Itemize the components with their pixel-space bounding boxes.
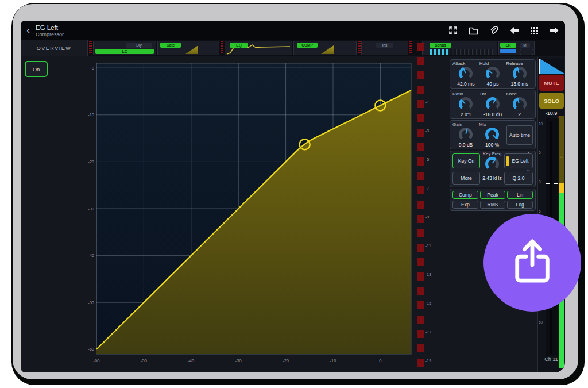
ratio-label: Ratio bbox=[452, 91, 463, 97]
gain-reduction-label: -7 bbox=[425, 186, 429, 190]
fader-scale-label: 0 bbox=[539, 180, 541, 184]
gain-reduction-label: -15 bbox=[425, 301, 431, 305]
segment-eq[interactable]: EQ bbox=[225, 41, 292, 55]
sends-meter-bar bbox=[450, 49, 452, 55]
share-button[interactable] bbox=[483, 214, 581, 312]
mode-exp-button[interactable]: Exp bbox=[452, 201, 478, 209]
gain-reduction-label: -9 bbox=[425, 215, 429, 219]
gain-reduction-label: -5 bbox=[425, 157, 429, 162]
more-button[interactable]: More bbox=[452, 172, 480, 185]
key-on-button[interactable]: Key On bbox=[452, 153, 480, 168]
chevron-down-icon: ⌄ bbox=[526, 148, 531, 154]
gain-reduction-label: -1 bbox=[425, 100, 429, 104]
x-tick-label: -50 bbox=[141, 358, 147, 363]
segment-gate[interactable]: Gate bbox=[157, 41, 219, 55]
segment-comp[interactable]: COMP bbox=[293, 41, 357, 55]
app-screen: ‹ EG Left Compressor OVERVIEW Dly LC bbox=[21, 21, 565, 372]
x-tick-label: -20 bbox=[283, 358, 289, 363]
y-tick-label: -60 bbox=[88, 347, 94, 352]
channel-label: Ch 11 bbox=[538, 356, 564, 362]
share-icon bbox=[511, 237, 554, 288]
lowcut-button[interactable]: LC bbox=[95, 49, 154, 54]
threshold-knob[interactable] bbox=[486, 97, 500, 111]
sends-meter-bar bbox=[478, 49, 481, 55]
gain-reduction-label: -11 bbox=[425, 244, 431, 248]
mode-comp-button[interactable]: Comp bbox=[452, 191, 478, 199]
page-title: EG Left bbox=[36, 24, 64, 31]
gain-knob[interactable] bbox=[459, 128, 473, 141]
sends-meter-bar bbox=[490, 49, 493, 55]
mono-button[interactable]: M bbox=[520, 43, 530, 48]
mode-rms-button[interactable]: RMS bbox=[480, 201, 506, 209]
mode-log-button[interactable]: Log bbox=[507, 201, 533, 209]
tab-overview[interactable]: OVERVIEW bbox=[21, 40, 88, 56]
key-source-level bbox=[506, 156, 509, 166]
back-button[interactable]: ‹ bbox=[21, 22, 36, 39]
y-tick-label: -50 bbox=[88, 300, 94, 305]
key-freq-knob[interactable] bbox=[485, 157, 499, 171]
gain-label: Gain bbox=[452, 122, 462, 127]
gain-reduction-label: -19 bbox=[425, 359, 431, 363]
compressor-transfer-chart[interactable]: -60-50-40-30-20-1000-10-20-30-40-50-60 bbox=[79, 59, 435, 372]
eq-button[interactable]: EQ bbox=[230, 43, 248, 48]
gain-reduction-segments bbox=[417, 43, 424, 372]
hold-label: Hold bbox=[479, 61, 489, 66]
release-knob[interactable] bbox=[513, 67, 527, 80]
mix-knob[interactable] bbox=[485, 128, 499, 141]
chevron-down-icon: ⌄ bbox=[526, 167, 531, 172]
x-tick-label: 0 bbox=[379, 358, 381, 363]
link-icon[interactable] bbox=[489, 26, 498, 35]
sends-meter bbox=[430, 49, 497, 55]
release-value: 13.0 ms bbox=[511, 81, 528, 87]
gate-button[interactable]: Gate bbox=[160, 43, 181, 48]
hold-knob[interactable] bbox=[486, 67, 500, 80]
attack-value: 42.0 ms bbox=[457, 81, 474, 87]
ratio-group: Ratio2.0:1 Thr-16.0 dB Knee2 bbox=[450, 90, 536, 119]
mode-group: Comp Peak Lin Exp RMS Log bbox=[450, 189, 536, 211]
segment-main[interactable]: LR M bbox=[498, 41, 535, 55]
fader-zero-mark bbox=[554, 183, 558, 184]
x-tick-label: -40 bbox=[188, 358, 194, 363]
sends-meter-bar bbox=[438, 49, 440, 55]
y-tick-label: -30 bbox=[88, 206, 94, 212]
knee-knob[interactable] bbox=[513, 97, 527, 111]
attack-knob[interactable] bbox=[459, 67, 473, 80]
grid-icon[interactable] bbox=[530, 26, 539, 35]
ratio-knob[interactable] bbox=[459, 97, 473, 111]
solo-button[interactable]: SOLO bbox=[539, 93, 564, 109]
segment-insert[interactable]: Ins bbox=[361, 41, 408, 55]
lr-meter bbox=[500, 49, 516, 53]
sends-meter-bar bbox=[482, 49, 485, 55]
ratio-value: 2.0:1 bbox=[461, 112, 471, 117]
fader-scale-label: 50 bbox=[539, 320, 543, 324]
lr-button[interactable]: LR bbox=[500, 43, 516, 48]
app-header: ‹ EG Left Compressor bbox=[21, 21, 565, 40]
segment-input[interactable]: Dly LC bbox=[93, 41, 156, 55]
y-tick-label: 0 bbox=[92, 66, 94, 71]
mute-button[interactable]: MUTE bbox=[539, 75, 564, 91]
folder-icon[interactable] bbox=[469, 26, 478, 35]
gr-mini-meter bbox=[409, 41, 412, 55]
gate-curve-thumbnail bbox=[185, 45, 198, 54]
arrow-left-icon[interactable] bbox=[509, 26, 519, 34]
key-q-dropdown[interactable]: ⌄Q 2.0 bbox=[504, 172, 533, 185]
key-freq-value: 2.43 kHz bbox=[481, 175, 503, 181]
comp-button[interactable]: COMP bbox=[297, 43, 318, 48]
sends-meter-bar bbox=[446, 49, 448, 55]
arrow-right-icon[interactable] bbox=[550, 26, 559, 34]
mode-lin-button[interactable]: Lin bbox=[507, 191, 533, 199]
insert-button[interactable]: Ins bbox=[376, 43, 393, 48]
comp-on-button[interactable]: On bbox=[25, 61, 48, 77]
pan-indicator[interactable] bbox=[539, 59, 564, 74]
gr-mini-meter bbox=[89, 41, 92, 55]
gain-mix-group: Gain0.0 dB Mix100 % Auto time bbox=[450, 120, 536, 149]
auto-time-button[interactable]: Auto time bbox=[506, 125, 533, 145]
key-group: Key On Key Freq ⌄EG Left More 2.43 kHz ⌄… bbox=[450, 151, 536, 187]
sends-meter-bar bbox=[470, 49, 473, 55]
delay-button[interactable]: Dly bbox=[126, 43, 152, 48]
fullscreen-icon[interactable] bbox=[448, 26, 458, 35]
sends-meter-bar bbox=[458, 49, 461, 55]
mode-peak-button[interactable]: Peak bbox=[480, 191, 506, 199]
sends-meter-bar bbox=[462, 49, 465, 55]
attack-label: Attack bbox=[452, 61, 465, 66]
